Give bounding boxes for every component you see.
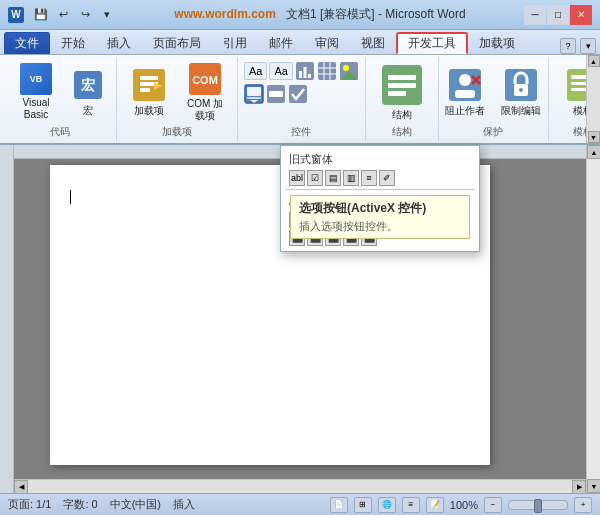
redo-button[interactable]: ↪ [76, 6, 94, 24]
addin-button[interactable]: 加载项 [123, 59, 175, 125]
svg-rect-31 [388, 91, 406, 96]
doc-scroll-left[interactable]: ◀ [14, 480, 28, 494]
doc-scrollbar-v: ▲ ▼ [586, 145, 600, 493]
svg-point-39 [519, 88, 523, 92]
close-button[interactable]: ✕ [570, 5, 592, 25]
visual-basic-label: Visual Basic [13, 97, 59, 121]
minimize-button[interactable]: ─ [524, 5, 546, 25]
addin-label: 加载项 [134, 105, 164, 117]
svg-rect-13 [318, 62, 336, 80]
title-bar-left: W 💾 ↩ ↪ ▾ [8, 6, 116, 24]
legacy-check-icon[interactable]: ☑ [307, 170, 323, 186]
macro-button[interactable]: 宏 宏 [66, 59, 110, 125]
zoom-slider[interactable] [508, 500, 568, 510]
text-cursor [70, 190, 71, 204]
legacy-row: abl ☑ ▤ ▥ ≡ ✐ [281, 169, 479, 187]
addins-group-label: 加载项 [117, 125, 237, 139]
tab-start[interactable]: 开始 [50, 32, 96, 54]
structure-icon [380, 63, 424, 107]
doc-scroll-up[interactable]: ▲ [587, 145, 600, 159]
ctrl-grid-icon [317, 61, 337, 81]
dropdown-button[interactable]: ▾ [98, 6, 116, 24]
ctrl-check-icon [288, 84, 308, 104]
tab-dev[interactable]: 开发工具 [396, 32, 468, 54]
code-group-label: 代码 [4, 125, 116, 139]
svg-text:COM: COM [192, 74, 218, 86]
view-outline-button[interactable]: ≡ [402, 497, 420, 513]
ctrl-dropdown-active[interactable] [244, 84, 264, 104]
zoom-out-button[interactable]: − [484, 497, 502, 513]
visual-basic-button[interactable]: VB Visual Basic [10, 59, 62, 125]
ctrl-aa-btn1[interactable]: Aa [244, 62, 267, 80]
svg-rect-34 [455, 90, 475, 98]
zoom-in-button[interactable]: + [574, 497, 592, 513]
maximize-button[interactable]: □ [547, 5, 569, 25]
legacy-abl-icon[interactable]: abl [289, 170, 305, 186]
structure-group-label: 结构 [366, 125, 438, 139]
svg-rect-10 [299, 71, 302, 78]
visual-basic-icon: VB [18, 63, 54, 95]
ctrl-aa-btn2[interactable]: Aa [269, 62, 292, 80]
tab-addin[interactable]: 加载项 [468, 32, 526, 54]
structure-label: 结构 [392, 109, 412, 121]
svg-rect-11 [303, 67, 306, 78]
vertical-ruler [0, 145, 14, 493]
tooltip-title: 选项按钮(ActiveX 控件) [299, 200, 461, 217]
insert-mode: 插入 [173, 497, 195, 512]
tab-view[interactable]: 视图 [350, 32, 396, 54]
scroll-down[interactable]: ▼ [588, 131, 600, 143]
save-button[interactable]: 💾 [32, 6, 50, 24]
word-count: 字数: 0 [63, 497, 97, 512]
tab-review[interactable]: 审阅 [304, 32, 350, 54]
ribbon-content: VB Visual Basic 宏 宏 代码 [0, 55, 600, 145]
tab-file[interactable]: 文件 [4, 32, 50, 54]
com-addin-button[interactable]: COM COM 加载项 [179, 59, 231, 125]
status-left: 页面: 1/1 字数: 0 中文(中国) 插入 [8, 497, 195, 512]
undo-button[interactable]: ↩ [54, 6, 72, 24]
doc-scroll-right[interactable]: ▶ [572, 480, 586, 494]
tab-ref[interactable]: 引用 [212, 32, 258, 54]
view-fullscreen-button[interactable]: ⊞ [354, 497, 372, 513]
svg-rect-26 [269, 91, 283, 97]
block-authors-button[interactable]: 阻止作者 [439, 59, 491, 125]
ctrl-btn2 [266, 84, 286, 104]
svg-rect-29 [388, 75, 416, 80]
doc-scrollbar-h: ◀ ▶ [14, 479, 586, 493]
block-authors-label: 阻止作者 [445, 105, 485, 117]
status-bar: 页面: 1/1 字数: 0 中文(中国) 插入 📄 ⊞ 🌐 ≡ 📝 100% −… [0, 493, 600, 515]
tooltip-box: 选项按钮(ActiveX 控件) 插入选项按钮控件。 [290, 195, 470, 239]
ribbon-collapse-button[interactable]: ▾ [580, 38, 596, 54]
legacy-list-icon[interactable]: ▤ [325, 170, 341, 186]
view-web-button[interactable]: 🌐 [378, 497, 396, 513]
tab-mail[interactable]: 邮件 [258, 32, 304, 54]
svg-point-19 [343, 65, 349, 71]
site-url: www.wordlm.com [174, 7, 276, 21]
legacy-combo-icon[interactable]: ▥ [343, 170, 359, 186]
app-icon: W [8, 7, 24, 23]
view-draft-button[interactable]: 📝 [426, 497, 444, 513]
tab-layout[interactable]: 页面布局 [142, 32, 212, 54]
legacy-section-label: 旧式窗体 [281, 150, 479, 169]
status-right: 📄 ⊞ 🌐 ≡ 📝 100% − + [330, 497, 592, 513]
ctrl-chart-icon [295, 61, 315, 81]
ribbon-tabs: 文件 开始 插入 页面布局 引用 邮件 审阅 视图 开发工具 加载项 ? ▾ [0, 30, 600, 55]
com-addin-label: COM 加载项 [182, 98, 228, 122]
svg-rect-12 [308, 74, 311, 78]
macro-label: 宏 [83, 105, 93, 117]
protection-group: 阻止作者 限制编辑 保护 [439, 57, 549, 141]
legacy-btn-icon[interactable]: ✐ [379, 170, 395, 186]
structure-button[interactable]: 结构 [372, 59, 432, 125]
ribbon-help-button[interactable]: ? [560, 38, 576, 54]
svg-text:宏: 宏 [80, 77, 95, 93]
code-group: VB Visual Basic 宏 宏 代码 [4, 57, 117, 141]
svg-rect-43 [571, 88, 587, 91]
macro-icon: 宏 [70, 67, 106, 103]
restrict-edit-button[interactable]: 限制编辑 [495, 59, 547, 125]
tab-insert[interactable]: 插入 [96, 32, 142, 54]
tooltip-desc: 插入选项按钮控件。 [299, 219, 461, 234]
legacy-frame-icon[interactable]: ≡ [361, 170, 377, 186]
view-normal-button[interactable]: 📄 [330, 497, 348, 513]
doc-scroll-down[interactable]: ▼ [587, 479, 600, 493]
protection-group-label: 保护 [439, 125, 548, 139]
scroll-up[interactable]: ▲ [588, 55, 600, 67]
